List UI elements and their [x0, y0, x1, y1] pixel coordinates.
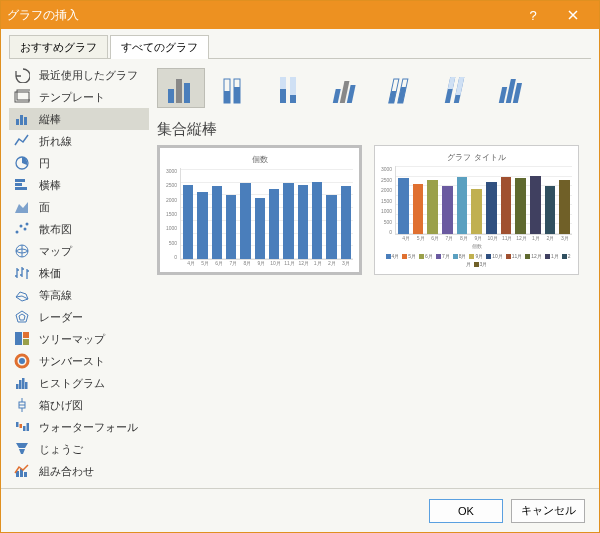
stock-icon: [13, 265, 31, 281]
svg-rect-28: [16, 422, 19, 427]
sidebar-item-map[interactable]: マップ: [9, 240, 149, 262]
sidebar-item-column[interactable]: 縦棒: [9, 108, 149, 130]
sidebar-item-bar[interactable]: 横棒: [9, 174, 149, 196]
sidebar-item-pie[interactable]: 円: [9, 152, 149, 174]
bar-icon: [13, 177, 31, 193]
svg-rect-59: [499, 87, 507, 103]
svg-rect-45: [280, 77, 286, 89]
sidebar-item-label: サンバースト: [39, 354, 105, 369]
chart-preview-0[interactable]: 個数3000250020001500100050004月5月6月7月8月9月10…: [157, 145, 362, 275]
sidebar-item-waterfall[interactable]: ウォーターフォール: [9, 416, 149, 438]
subtype-2[interactable]: [269, 68, 317, 108]
chart-detail-pane: 集合縦棒 個数3000250020001500100050004月5月6月7月8…: [149, 64, 591, 488]
sidebar-item-area[interactable]: 面: [9, 196, 149, 218]
chart-preview-row: 個数3000250020001500100050004月5月6月7月8月9月10…: [157, 145, 591, 275]
subtype-3[interactable]: [325, 68, 373, 108]
column-subtype-icon: [274, 69, 312, 107]
subtype-5[interactable]: [437, 68, 485, 108]
chart-preview-1[interactable]: グラフ タイトル3000250020001500100050004月5月6月7月…: [374, 145, 579, 275]
svg-rect-38: [176, 79, 182, 103]
svg-point-22: [19, 358, 25, 364]
svg-rect-39: [184, 83, 190, 103]
sidebar-item-histogram[interactable]: ヒストグラム: [9, 372, 149, 394]
svg-rect-47: [290, 77, 296, 95]
svg-rect-2: [16, 119, 19, 125]
combo-icon: [13, 463, 31, 479]
svg-point-13: [26, 223, 29, 226]
waterfall-icon: [13, 419, 31, 435]
chart-subtype-name: 集合縦棒: [157, 118, 591, 145]
svg-rect-20: [23, 339, 29, 345]
tab-recommended[interactable]: おすすめグラフ: [9, 35, 108, 59]
sidebar-item-line[interactable]: 折れ線: [9, 130, 149, 152]
ok-button[interactable]: OK: [429, 499, 503, 523]
template-icon: [13, 89, 31, 105]
svg-rect-3: [20, 115, 23, 125]
sidebar-item-stock[interactable]: 株価: [9, 262, 149, 284]
svg-rect-4: [24, 117, 27, 125]
sidebar-item-label: ヒストグラム: [39, 376, 105, 391]
chart-category-list: 最近使用したグラフテンプレート縦棒折れ線円横棒面散布図マップ株価等高線レーダーツ…: [9, 64, 149, 488]
svg-rect-29: [20, 424, 23, 428]
sidebar-item-template[interactable]: テンプレート: [9, 86, 149, 108]
svg-rect-25: [22, 378, 25, 389]
sidebar-item-label: テンプレート: [39, 90, 105, 105]
svg-marker-9: [15, 202, 28, 213]
sidebar-item-label: 縦棒: [39, 112, 61, 127]
subtype-0[interactable]: [157, 68, 205, 108]
sidebar-item-surface[interactable]: 等高線: [9, 284, 149, 306]
scatter-icon: [13, 221, 31, 237]
chart-legend: 4月5月6月7月8月9月10月11月12月1月2月3月: [381, 249, 572, 268]
subtype-1[interactable]: [213, 68, 261, 108]
sidebar-item-label: 箱ひげ図: [39, 398, 83, 413]
area-icon: [13, 199, 31, 215]
svg-rect-7: [15, 183, 22, 186]
tab-strip: おすすめグラフ すべてのグラフ: [1, 29, 599, 59]
sidebar-item-funnel[interactable]: じょうご: [9, 438, 149, 460]
sidebar-item-label: 円: [39, 156, 50, 171]
column-icon: [13, 111, 31, 127]
cancel-button[interactable]: キャンセル: [511, 499, 585, 523]
dialog-footer: OK キャンセル: [1, 488, 599, 532]
svg-rect-36: [24, 472, 27, 477]
column-subtype-icon: [330, 69, 368, 107]
sidebar-item-label: 散布図: [39, 222, 72, 237]
boxwhisker-icon: [13, 397, 31, 413]
insert-chart-dialog: グラフの挿入 ? おすすめグラフ すべてのグラフ 最近使用したグラフテンプレート…: [0, 0, 600, 533]
close-icon: [568, 10, 578, 20]
svg-point-11: [20, 225, 23, 228]
histogram-icon: [13, 375, 31, 391]
svg-rect-37: [168, 89, 174, 103]
treemap-icon: [13, 331, 31, 347]
svg-rect-6: [15, 179, 25, 182]
chart-xlabel: 個数: [381, 241, 572, 249]
sidebar-item-label: 組み合わせ: [39, 464, 94, 479]
title-bar: グラフの挿入 ?: [1, 1, 599, 29]
sidebar-item-label: マップ: [39, 244, 72, 259]
sidebar-item-boxwhisker[interactable]: 箱ひげ図: [9, 394, 149, 416]
sidebar-item-scatter[interactable]: 散布図: [9, 218, 149, 240]
sidebar-item-combo[interactable]: 組み合わせ: [9, 460, 149, 482]
dialog-title: グラフの挿入: [7, 7, 79, 24]
funnel-icon: [13, 441, 31, 457]
subtype-4[interactable]: [381, 68, 429, 108]
close-button[interactable]: [553, 1, 593, 29]
svg-point-12: [24, 228, 27, 231]
help-button[interactable]: ?: [513, 1, 553, 29]
svg-rect-50: [347, 85, 356, 103]
svg-rect-8: [15, 187, 27, 190]
svg-rect-18: [15, 332, 22, 345]
line-icon: [13, 133, 31, 149]
sidebar-item-recent[interactable]: 最近使用したグラフ: [9, 64, 149, 86]
svg-rect-19: [23, 332, 29, 338]
sidebar-item-radar[interactable]: レーダー: [9, 306, 149, 328]
sunburst-icon: [13, 353, 31, 369]
svg-rect-23: [16, 384, 19, 389]
sidebar-item-label: 面: [39, 200, 50, 215]
subtype-6[interactable]: [493, 68, 541, 108]
tab-all[interactable]: すべてのグラフ: [110, 35, 209, 59]
svg-marker-33: [19, 449, 25, 454]
sidebar-item-sunburst[interactable]: サンバースト: [9, 350, 149, 372]
sidebar-item-treemap[interactable]: ツリーマップ: [9, 328, 149, 350]
sidebar-item-label: 等高線: [39, 288, 72, 303]
